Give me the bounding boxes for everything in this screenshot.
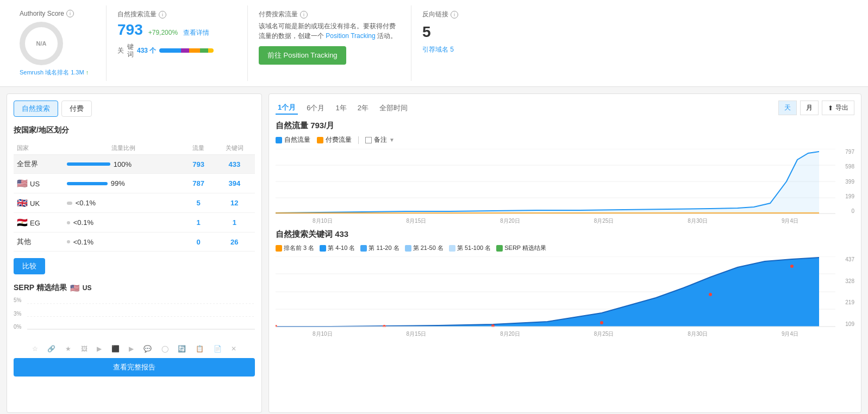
time-all[interactable]: 全部时间 bbox=[377, 102, 410, 114]
chart1-area: 797 598 399 199 0 8月10日 8月15日 8月20日 8月25… bbox=[276, 149, 854, 225]
kw-legend-top3[interactable]: 排名前 3 名 bbox=[276, 244, 314, 252]
kw-legend-top3-label: 排名前 3 名 bbox=[284, 244, 314, 252]
semrush-rank: Semrush 域名排名 1.3M ↑ bbox=[20, 68, 95, 77]
country-name: 全世界 bbox=[14, 155, 64, 174]
view-month-button[interactable]: 月 bbox=[800, 101, 819, 115]
chart2-x-830: 8月30日 bbox=[688, 330, 708, 338]
svg-marker-8 bbox=[276, 152, 819, 214]
traffic-value[interactable]: 793 bbox=[183, 155, 214, 174]
backlinks-card: 反向链接 i 5 引荐域名 5 bbox=[411, 5, 520, 81]
keywords-value[interactable]: 12 bbox=[214, 193, 255, 213]
table-row[interactable]: 🇺🇸US 99% 787 394 bbox=[14, 174, 255, 193]
chart2-y-axis: 437 328 219 109 bbox=[837, 256, 854, 327]
time-1year[interactable]: 1年 bbox=[333, 102, 348, 114]
keywords-value[interactable]: 394 bbox=[214, 174, 255, 193]
search-tabs: 自然搜索 付费 bbox=[14, 101, 255, 117]
export-button[interactable]: ⬆ 导出 bbox=[822, 101, 854, 115]
serp-icon-x: ✕ bbox=[231, 345, 236, 353]
serp-icon-circle: ◯ bbox=[161, 345, 168, 353]
serp-icon-image: 🖼 bbox=[81, 345, 88, 353]
serp-flag-label: US bbox=[83, 284, 92, 292]
legend-note-label: 备注 bbox=[374, 135, 387, 145]
authority-score-info-icon[interactable]: i bbox=[66, 10, 74, 17]
tab-organic-search[interactable]: 自然搜索 bbox=[14, 101, 58, 117]
chart2-area: 437 328 219 109 8月10日 8月15日 8月20日 8月25日 … bbox=[276, 256, 854, 338]
authority-score-title: Authority Score i bbox=[20, 10, 95, 17]
paid-search-description: 该域名可能是新的或现在没有排名。要获得付费流量的数据，创建一个 Position… bbox=[259, 21, 400, 41]
organic-info-icon[interactable]: i bbox=[159, 11, 166, 18]
table-row[interactable]: 其他 <0.1% 0 26 bbox=[14, 233, 255, 252]
table-row[interactable]: 全世界 100% 793 433 bbox=[14, 155, 255, 174]
serp-icon-play: ▶ bbox=[97, 345, 102, 353]
organic-traffic-value: 793 bbox=[117, 21, 143, 39]
svg-point-22 bbox=[709, 293, 712, 296]
referring-domains: 引荐域名 5 bbox=[422, 45, 509, 54]
backlinks-info-icon[interactable]: i bbox=[451, 11, 458, 18]
chart2-title: 自然搜索关键词 433 bbox=[276, 229, 854, 240]
traffic-value[interactable]: 1 bbox=[183, 213, 214, 233]
paid-info-icon[interactable]: i bbox=[300, 11, 308, 18]
compare-button[interactable]: 比较 bbox=[14, 258, 45, 274]
legend-note[interactable]: 备注 ▼ bbox=[365, 135, 395, 145]
traffic-bar bbox=[67, 240, 70, 243]
y-label-399: 399 bbox=[837, 179, 854, 185]
tab-paid-search[interactable]: 付费 bbox=[61, 101, 92, 117]
serp-icon-chat: 💬 bbox=[143, 345, 152, 353]
keywords-value[interactable]: 433 bbox=[214, 155, 255, 174]
x-label-820: 8月20日 bbox=[500, 217, 520, 225]
serp-y-5: 5% bbox=[14, 297, 21, 303]
traffic-bar bbox=[67, 182, 108, 185]
x-label-825: 8月25日 bbox=[594, 217, 614, 225]
view-toggle: 天 月 ⬆ 导出 bbox=[778, 101, 854, 115]
serp-title: SERP 精选结果 🇺🇸 US bbox=[14, 283, 255, 293]
serp-bars-area bbox=[27, 297, 255, 330]
kw-legend-11-20-dot bbox=[360, 245, 367, 252]
country-name: 🇪🇬EG bbox=[14, 213, 64, 233]
view-day-button[interactable]: 天 bbox=[778, 101, 797, 115]
kw-legend-4-10[interactable]: 第 4-10 名 bbox=[320, 244, 355, 252]
table-row[interactable]: 🇬🇧UK <0.1% 5 12 bbox=[14, 193, 255, 213]
table-row[interactable]: 🇪🇬EG <0.1% 1 1 bbox=[14, 213, 255, 233]
authority-score-card: Authority Score i N/A Semrush 域名排名 1.3M … bbox=[9, 5, 107, 81]
kw-legend-11-20[interactable]: 第 11-20 名 bbox=[360, 244, 399, 252]
chart2-x-axis: 8月10日 8月15日 8月20日 8月25日 8月30日 9月4日 bbox=[276, 330, 835, 338]
time-6months[interactable]: 6个月 bbox=[304, 102, 327, 114]
paid-search-title: 付费搜索流量 i bbox=[259, 10, 400, 19]
position-tracking-button[interactable]: 前往 Position Tracking bbox=[259, 46, 346, 65]
view-details-link[interactable]: 查看详情 bbox=[183, 28, 209, 37]
serp-icons-row: ☆ 🔗 ★ 🖼 ▶ ⬛ ▶ 💬 ◯ 🔄 📋 📄 ✕ bbox=[14, 345, 255, 353]
keywords-value[interactable]: 1 bbox=[214, 213, 255, 233]
traffic-value[interactable]: 787 bbox=[183, 174, 214, 193]
keywords-value[interactable]: 26 bbox=[214, 233, 255, 252]
kw-legend-21-50[interactable]: 第 21-50 名 bbox=[405, 244, 444, 252]
position-tracking-link[interactable]: Position Tracking bbox=[326, 32, 375, 40]
kw-legend-serp-dot bbox=[496, 245, 503, 252]
view-report-button[interactable]: 查看完整报告 bbox=[14, 358, 255, 377]
kw-legend-serp[interactable]: SERP 精选结果 bbox=[496, 244, 546, 252]
legend-organic-traffic[interactable]: 自然流量 bbox=[276, 135, 310, 145]
serp-bar-svg bbox=[27, 297, 255, 329]
traffic-value[interactable]: 5 bbox=[183, 193, 214, 213]
legend-paid-traffic[interactable]: 付费流量 bbox=[317, 135, 352, 145]
traffic-pct-cell: <0.1% bbox=[64, 213, 183, 233]
organic-search-card: 自然搜索流量 i 793 +79,200% 查看详情 关 键词 433 个 bbox=[107, 5, 248, 81]
kw-legend-21-50-label: 第 21-50 名 bbox=[413, 244, 444, 252]
col-country: 国家 bbox=[14, 142, 64, 155]
traffic-pct-cell: <0.1% bbox=[64, 233, 183, 252]
kw-legend-51-100[interactable]: 第 51-100 名 bbox=[449, 244, 491, 252]
svg-point-21 bbox=[600, 321, 603, 324]
chart2-x-815: 8月15日 bbox=[407, 330, 427, 338]
kw-legend-4-10-label: 第 4-10 名 bbox=[328, 244, 355, 252]
serp-icon-refresh: 🔄 bbox=[178, 345, 186, 353]
traffic-pct: 99% bbox=[111, 179, 125, 187]
chart2-x-820: 8月20日 bbox=[500, 330, 520, 338]
time-1month[interactable]: 1个月 bbox=[276, 102, 298, 115]
time-2years[interactable]: 2年 bbox=[355, 102, 371, 114]
export-label: 导出 bbox=[835, 103, 848, 112]
traffic-pct-cell: <0.1% bbox=[64, 193, 183, 213]
col-traffic-pct: 流量比例 bbox=[64, 142, 183, 155]
chart2-y-219: 219 bbox=[837, 299, 854, 305]
y-label-797: 797 bbox=[837, 149, 854, 155]
traffic-value[interactable]: 0 bbox=[183, 233, 214, 252]
serp-title-text: SERP 精选结果 bbox=[14, 283, 67, 293]
